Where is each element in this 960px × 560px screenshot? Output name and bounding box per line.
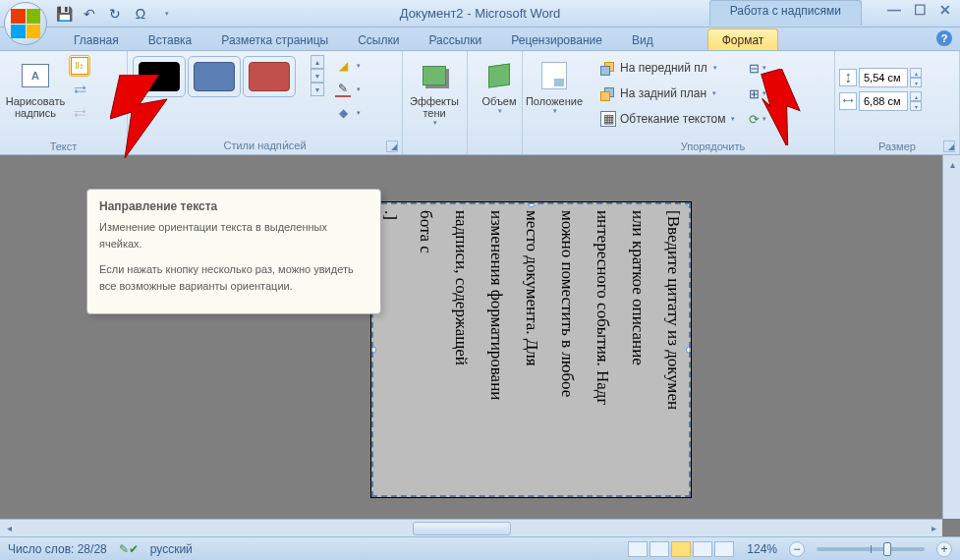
horizontal-scrollbar[interactable]: ◂ ▸ — [0, 519, 942, 536]
gallery-up-button[interactable]: ▴ — [311, 55, 324, 69]
tab-insert[interactable]: Вставка — [134, 28, 207, 50]
gallery-more-button[interactable]: ▾ — [311, 83, 324, 96]
break-link-icon: ⮂ — [71, 104, 88, 122]
maximize-button[interactable]: ☐ — [911, 2, 929, 18]
scroll-left-button[interactable]: ◂ — [0, 520, 18, 537]
bring-front-icon — [600, 60, 616, 76]
paint-bucket-icon: ◢ — [335, 58, 351, 74]
group-text: A Нарисовать надпись ll↕ ⮂ ⮂ Текст — [0, 51, 128, 154]
bring-to-front-button[interactable]: На передний пл — [595, 57, 740, 79]
zoom-out-button[interactable]: − — [789, 541, 805, 557]
tab-format[interactable]: Формат — [707, 28, 779, 50]
tab-view[interactable]: Вид — [617, 28, 668, 50]
height-icon: ⭥ — [839, 69, 857, 86]
styles-dialog-launcher[interactable]: ◢ — [386, 140, 398, 152]
proofing-icon[interactable]: ✎✔ — [119, 542, 139, 556]
close-button[interactable]: ✕ — [936, 2, 954, 18]
shape-fill-button[interactable]: ◢ — [330, 55, 366, 77]
shadow-icon — [419, 60, 450, 91]
cube-icon — [483, 60, 515, 91]
height-input[interactable]: 5,54 см — [859, 68, 908, 87]
text-line-1: [Введите цитату из докумен — [651, 210, 683, 489]
minimize-button[interactable]: — — [885, 2, 903, 18]
resize-handle-n[interactable] — [528, 202, 536, 207]
title-bar: 💾 ↶ ↻ Ω Документ2 - Microsoft Word Работ… — [0, 0, 960, 28]
qat-customize-button[interactable] — [155, 3, 177, 25]
hscroll-thumb[interactable] — [413, 522, 511, 535]
width-spinner[interactable]: ▴▾ — [910, 91, 922, 111]
window-controls: — ☐ ✕ — [885, 2, 954, 18]
position-icon — [538, 60, 570, 91]
text-line-6: изменения форматировани — [475, 210, 506, 489]
status-bar: Число слов: 28/28 ✎✔ русский 124% − + — [0, 536, 960, 560]
break-link-button[interactable]: ⮂ — [69, 102, 90, 124]
tab-home[interactable]: Главная — [59, 28, 134, 50]
view-buttons — [627, 541, 735, 557]
width-icon: ⭤ — [839, 92, 857, 110]
draw-textbox-button[interactable]: A Нарисовать надпись — [4, 55, 67, 134]
change-shape-button[interactable]: ◆ — [330, 102, 366, 124]
height-spinner[interactable]: ▴▾ — [910, 68, 922, 87]
shape-outline-button[interactable]: ✎ — [330, 79, 366, 100]
tab-review[interactable]: Рецензирование — [496, 28, 617, 50]
tooltip-p1: Изменение ориентации текста в выделенных… — [99, 219, 368, 252]
3d-effects-button[interactable]: Объем — [472, 55, 527, 134]
position-button[interactable]: Положение — [527, 55, 582, 134]
quick-access-toolbar: 💾 ↶ ↻ Ω — [53, 0, 177, 27]
view-outline[interactable] — [693, 541, 712, 557]
style-swatch-2[interactable] — [188, 56, 241, 97]
svg-marker-0 — [110, 75, 167, 158]
tooltip: Направление текста Изменение ориентации … — [86, 189, 381, 314]
callout-arrow-2 — [749, 69, 808, 145]
undo-button[interactable]: ↶ — [79, 3, 100, 25]
tab-mailings[interactable]: Рассылки — [414, 28, 496, 50]
view-draft[interactable] — [714, 541, 734, 557]
language-status[interactable]: русский — [150, 542, 193, 556]
view-full-reading[interactable] — [649, 541, 669, 557]
text-direction-button[interactable]: ll↕ — [69, 55, 90, 77]
selected-textbox[interactable]: [Введите цитату из докумен или краткое о… — [371, 202, 691, 497]
scroll-up-button[interactable]: ▴ — [943, 155, 960, 173]
tab-references[interactable]: Ссылки — [343, 28, 414, 50]
svg-marker-1 — [749, 69, 808, 145]
text-direction-icon: ll↕ — [71, 57, 88, 75]
word-count[interactable]: Число слов: 28/28 — [8, 542, 107, 556]
zoom-level[interactable]: 124% — [747, 542, 777, 556]
symbol-button[interactable]: Ω — [130, 3, 151, 25]
zoom-slider[interactable] — [817, 547, 925, 551]
wrap-icon: ▦ — [600, 111, 616, 127]
height-row: ⭥ 5,54 см ▴▾ — [839, 67, 955, 88]
scroll-right-button[interactable]: ▸ — [925, 520, 942, 537]
link-icon: ⮂ — [71, 81, 88, 98]
style-swatch-3[interactable] — [243, 56, 296, 97]
width-row: ⭤ 6,88 см ▴▾ — [839, 90, 955, 112]
view-print-layout[interactable] — [628, 541, 648, 557]
resize-handle-e[interactable] — [686, 346, 691, 354]
zoom-in-button[interactable]: + — [936, 541, 952, 557]
shadow-label: Эффекты тени — [410, 95, 459, 119]
text-wrap-button[interactable]: ▦Обтекание текстом — [595, 108, 740, 130]
save-button[interactable]: 💾 — [53, 3, 75, 25]
gallery-scroll: ▴ ▾ ▾ — [311, 55, 324, 96]
group-position: Положение — [523, 51, 592, 154]
tab-page-layout[interactable]: Разметка страницы — [206, 28, 343, 50]
gallery-down-button[interactable]: ▾ — [311, 69, 324, 83]
group-shadow: Эффекты тени — [403, 51, 468, 154]
text-line-3: интересного события. Надг — [581, 210, 612, 489]
create-link-button[interactable]: ⮂ — [69, 79, 90, 100]
pencil-outline-icon: ✎ — [335, 82, 351, 97]
view-web-layout[interactable] — [671, 541, 691, 557]
office-button[interactable] — [4, 2, 51, 49]
repeat-button[interactable]: ↻ — [104, 3, 126, 25]
width-input[interactable]: 6,88 см — [859, 91, 908, 111]
draw-textbox-label: Нарисовать надпись — [6, 95, 65, 119]
resize-handle-ne[interactable] — [686, 202, 691, 207]
send-to-back-button[interactable]: На задний план — [595, 83, 740, 104]
vertical-scrollbar[interactable]: ▴ — [942, 155, 960, 519]
size-dialog-launcher[interactable]: ◢ — [943, 140, 955, 152]
shadow-effects-button[interactable]: Эффекты тени — [407, 55, 462, 134]
tooltip-p2: Если нажать кнопку несколько раз, можно … — [99, 261, 368, 294]
help-button[interactable]: ? — [936, 30, 952, 46]
group-size-label: Размер — [835, 140, 959, 152]
position-label: Положение — [526, 95, 583, 107]
